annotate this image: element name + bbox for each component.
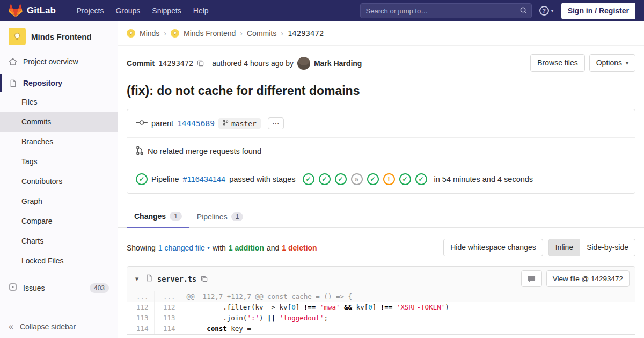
main-menu: Projects Groups Snippets Help <box>71 1 215 20</box>
nav-item-groups[interactable]: Groups <box>109 1 146 20</box>
help-dropdown[interactable]: ? ▾ <box>539 6 554 16</box>
issues-count-badge: 403 <box>90 283 109 293</box>
options-dropdown-button[interactable]: Options ▾ <box>589 54 635 72</box>
hide-whitespace-button[interactable]: Hide whitespace changes <box>443 239 543 256</box>
pipeline-status-text: passed with stages <box>229 175 295 183</box>
line-number[interactable]: 114 <box>127 324 154 334</box>
breadcrumb-project-link[interactable]: Minds Frontend <box>184 29 236 38</box>
line-number[interactable]: ... <box>127 291 154 302</box>
line-number[interactable]: ... <box>154 291 181 302</box>
search-input[interactable] <box>360 3 532 18</box>
nav-item-projects[interactable]: Projects <box>71 1 110 20</box>
stage-icon-passed[interactable]: ✓ <box>335 173 347 185</box>
project-header[interactable]: Minds Frontend <box>0 21 118 53</box>
nav-item-help[interactable]: Help <box>187 1 215 20</box>
repository-submenu: Files Commits Branches Tags Contributors… <box>0 92 118 271</box>
sidebar-item-issues[interactable]: Issues 403 <box>0 276 118 299</box>
stage-icon-passed[interactable]: ✓ <box>399 173 411 185</box>
sidebar-item-repository[interactable]: Repository <box>0 74 118 92</box>
changed-files-dropdown[interactable]: 1 changed file ▾ <box>158 244 210 252</box>
code-line: @@ -112,7 +112,7 @@ const cache = () => … <box>181 291 635 302</box>
side-by-side-view-button[interactable]: Side-by-side <box>580 239 635 256</box>
parent-row: parent 14445689 master ⋯ <box>127 109 635 137</box>
changes-summary: Showing 1 changed file ▾ with 1 addition… <box>127 244 317 252</box>
breadcrumb-group-link[interactable]: Minds <box>140 29 159 38</box>
diff-table-body: ......@@ -112,7 +112,7 @@ const cache = … <box>127 291 635 334</box>
nav-item-snippets[interactable]: Snippets <box>146 1 187 20</box>
diff-line: 113113 .join(':') || 'loggedout'; <box>127 313 635 324</box>
gitlab-logo[interactable]: GitLab <box>9 4 56 18</box>
line-number[interactable]: 113 <box>127 313 154 324</box>
file-icon <box>145 274 153 283</box>
stage-icon-passed[interactable]: ✓ <box>415 173 427 185</box>
collapse-diff-caret[interactable]: ▾ <box>133 275 141 283</box>
tab-changes[interactable]: Changes 1 <box>127 205 189 228</box>
breadcrumb-commits-link[interactable]: Commits <box>247 29 276 38</box>
no-merge-requests-text: No related merge requests found <box>148 147 261 156</box>
stage-icon-warning[interactable]: ! <box>383 173 395 185</box>
project-avatar <box>9 28 26 45</box>
commit-sha: 14293472 <box>158 59 193 68</box>
collapse-sidebar-button[interactable]: « Collapse sidebar <box>0 315 118 338</box>
sidebar-item-branches[interactable]: Branches <box>0 132 118 152</box>
pipeline-label: Pipeline <box>151 175 179 183</box>
stage-icon-skipped[interactable]: » <box>351 173 363 185</box>
question-icon: ? <box>539 6 549 16</box>
sidebar-item-compare[interactable]: Compare <box>0 211 118 231</box>
line-number[interactable]: 113 <box>154 313 181 324</box>
diff-file-name: server.ts <box>157 275 196 283</box>
stage-icon-passed[interactable]: ✓ <box>367 173 379 185</box>
top-navbar: GitLab Projects Groups Snippets Help ? ▾… <box>0 0 644 21</box>
sidebar-item-commits[interactable]: Commits <box>0 112 118 132</box>
line-number[interactable]: 112 <box>127 302 154 313</box>
branch-ref-label[interactable]: master <box>218 118 261 129</box>
sidebar-item-graph[interactable]: Graph <box>0 192 118 211</box>
branch-icon <box>223 119 229 128</box>
author-avatar[interactable] <box>297 57 310 70</box>
line-number[interactable]: 112 <box>154 302 181 313</box>
chevron-down-icon: ▾ <box>207 245 210 251</box>
deletions-count: 1 deletion <box>282 244 317 252</box>
commit-title: (fix): do not cache for different domain… <box>118 72 644 98</box>
stage-icon-passed[interactable]: ✓ <box>319 173 331 185</box>
expand-refs-button[interactable]: ⋯ <box>268 117 284 129</box>
sidebar-item-charts[interactable]: Charts <box>0 231 118 251</box>
sidebar-item-locked-files[interactable]: Locked Files <box>0 251 118 271</box>
breadcrumb-separator: › <box>240 29 243 38</box>
pipeline-status-icon[interactable]: ✓ <box>136 173 148 185</box>
sign-in-button[interactable]: Sign in / Register <box>561 3 635 19</box>
line-number[interactable]: 114 <box>154 324 181 334</box>
sidebar-item-contributors[interactable]: Contributors <box>0 172 118 192</box>
diff-table: ......@@ -112,7 +112,7 @@ const cache = … <box>127 291 635 334</box>
authored-text: authored 4 hours ago by <box>212 59 294 68</box>
breadcrumb: Minds › Minds Frontend › Commits › 14293… <box>118 21 644 46</box>
commit-meta-row: Commit 14293472 authored 4 hours ago by … <box>118 46 644 72</box>
sidebar-item-project-overview[interactable]: Project overview <box>0 53 118 71</box>
copy-sha-icon[interactable] <box>197 60 204 67</box>
diff-view-toggle: Inline Side-by-side <box>548 239 635 256</box>
pipeline-link[interactable]: #116434144 <box>183 175 226 183</box>
pipeline-mini-graph: ✓✓✓»✓!✓✓ <box>303 173 427 185</box>
stage-icon-passed[interactable]: ✓ <box>303 173 314 185</box>
sidebar-item-files[interactable]: Files <box>0 92 118 112</box>
browse-files-button[interactable]: Browse files <box>530 54 584 72</box>
inline-view-button[interactable]: Inline <box>548 239 580 256</box>
view-file-button[interactable]: View file @ 14293472 <box>546 270 630 287</box>
parent-label: parent <box>151 119 173 128</box>
parent-sha-link[interactable]: 14445689 <box>177 119 215 128</box>
comment-button[interactable] <box>521 270 542 287</box>
sidebar-item-tags[interactable]: Tags <box>0 152 118 172</box>
tanuki-icon <box>9 4 23 18</box>
diff-file: ▾ server.ts View file @ 14293472 ......@… <box>127 266 635 335</box>
author-name-link[interactable]: Mark Harding <box>314 59 362 68</box>
copy-file-path-icon[interactable] <box>201 275 208 282</box>
chevron-down-icon: ▾ <box>626 61 628 66</box>
project-crumb-avatar <box>171 29 179 38</box>
diff-line: 114114 const key = <box>127 324 635 334</box>
breadcrumb-sha: 14293472 <box>288 29 324 38</box>
diff-line: 112112 .filter(kv => kv[0] !== 'mwa' && … <box>127 302 635 313</box>
breadcrumb-separator: › <box>281 29 283 38</box>
breadcrumb-separator: › <box>164 29 166 38</box>
tab-pipelines[interactable]: Pipelines 1 <box>189 205 251 228</box>
brand-wordmark: GitLab <box>27 5 56 16</box>
